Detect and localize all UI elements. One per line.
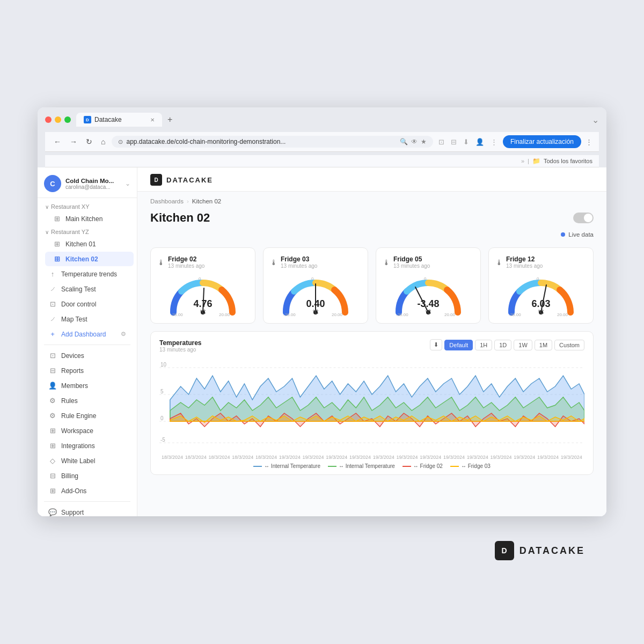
- sidebar-item-reports[interactable]: ⊟ Reports: [41, 363, 134, 378]
- sidebar-item-scaling-test[interactable]: ⟋ Scaling Test: [41, 282, 134, 296]
- gauge-header: 🌡 Fridge 12 13 minutes ago: [495, 255, 587, 269]
- trending-icon: ↑: [48, 270, 57, 278]
- sidebar: C Cold Chain Mo... carolina@dataca... ⌄ …: [38, 167, 137, 516]
- home-button[interactable]: ⌂: [99, 136, 107, 147]
- sidebar-item-label: Integrations: [61, 442, 95, 450]
- browser-tab[interactable]: D Datacake ✕: [76, 113, 162, 127]
- gauge-card-fridge12: 🌡 Fridge 12 13 minutes ago: [488, 247, 594, 324]
- url-input[interactable]: ⊙ app.datacake.de/cold-chain-monitoring-…: [112, 136, 433, 148]
- thermometer-icon: 🌡: [495, 258, 503, 267]
- legend-color: [402, 466, 411, 467]
- svg-text:-20.00: -20.00: [509, 312, 521, 317]
- chart-btn-default[interactable]: Default: [444, 340, 473, 350]
- live-toggle[interactable]: [573, 213, 594, 223]
- forward-button[interactable]: →: [68, 136, 79, 147]
- close-button[interactable]: [45, 116, 52, 123]
- chart-subtitle: 13 minutes ago: [159, 347, 201, 353]
- chart-btn-custom[interactable]: Custom: [554, 340, 584, 350]
- new-tab-button[interactable]: +: [162, 113, 178, 127]
- download-chart-button[interactable]: ⬇: [430, 339, 442, 350]
- sidebar-item-rule-engine[interactable]: ⚙ Rule Engine: [41, 408, 134, 423]
- svg-text:-20.00: -20.00: [396, 312, 408, 317]
- plus-icon: +: [48, 330, 57, 338]
- sidebar-item-rules[interactable]: ⚙ Rules: [41, 393, 134, 408]
- restaurant-yz-items: ⊞ Kitchen 01 ⊞ Kitchen 02: [38, 237, 137, 266]
- sidebar-item-integrations[interactable]: ⊞ Integrations: [41, 438, 134, 453]
- legend-item-internal-temp-1: ↔ Internal Temperature: [253, 463, 320, 469]
- chart-btn-1w[interactable]: 1W: [514, 340, 532, 350]
- tab-title: Datacake: [94, 116, 122, 123]
- collapse-icon: ∨: [45, 204, 49, 210]
- sidebar-item-label: Kitchen 02: [65, 255, 98, 263]
- sidebar-item-workspace[interactable]: ⊞ Workspace: [41, 423, 134, 438]
- chart-title: Temperatures: [159, 339, 201, 347]
- sidebar-item-support[interactable]: 💬 Support: [41, 505, 134, 516]
- sidebar-item-label: Map Test: [61, 316, 87, 323]
- reload-button[interactable]: ↻: [84, 136, 94, 147]
- chart-btn-1h[interactable]: 1H: [475, 340, 492, 350]
- sidebar-item-label: Workspace: [61, 427, 93, 435]
- chart-legend: ↔ Internal Temperature ↔ Internal Temper…: [159, 463, 584, 469]
- main-content: D DATACAKE Dashboards › Kitchen 02 Kitch…: [137, 167, 606, 516]
- sidebar-item-label: Door control: [61, 301, 96, 308]
- sidebar-item-addons[interactable]: ⊞ Add-Ons: [41, 484, 134, 498]
- sidebar-item-members[interactable]: 👤 Members: [41, 378, 134, 393]
- svg-text:-20.00: -20.00: [171, 312, 183, 317]
- logo-text: DATACAKE: [166, 176, 213, 184]
- chart-area: 10 5 0 -5: [159, 357, 584, 453]
- chart-btn-1m[interactable]: 1M: [535, 340, 552, 350]
- sidebar-item-kitchen02[interactable]: ⊞ Kitchen 02: [45, 252, 134, 266]
- breadcrumb-parent[interactable]: Dashboards: [150, 198, 184, 204]
- gauge-time: 13 minutes ago: [393, 263, 474, 269]
- app-container: C Cold Chain Mo... carolina@dataca... ⌄ …: [38, 167, 606, 516]
- breadcrumb-area: Dashboards › Kitchen 02: [137, 192, 606, 207]
- sidebar-item-main-kitchen[interactable]: ⊞ Main Kitchen: [45, 211, 134, 226]
- finalize-button[interactable]: Finalizar actualización: [503, 135, 581, 148]
- legend-label: ↔ Fridge 03: [461, 463, 491, 469]
- tab-close-icon[interactable]: ✕: [150, 117, 155, 123]
- sidebar-item-devices[interactable]: ⊡ Devices: [41, 348, 134, 363]
- sidebar-item-label: Reports: [61, 367, 84, 375]
- sidebar-item-door-control[interactable]: ⊡ Door control: [41, 297, 134, 311]
- star-icon: ★: [421, 138, 427, 145]
- sidebar-item-map-test[interactable]: ⟋ Map Test: [41, 312, 134, 326]
- minimize-button[interactable]: [55, 116, 61, 123]
- user-profile[interactable]: C Cold Chain Mo... carolina@dataca... ⌄: [38, 167, 137, 198]
- gauge-card-fridge03: 🌡 Fridge 03 13 minutes ago: [263, 247, 368, 324]
- settings-icon[interactable]: ⚙: [121, 331, 126, 338]
- sidebar-item-billing[interactable]: ⊟ Billing: [41, 469, 134, 483]
- bookmarks-bar: » | 📁 Todos los favoritos: [45, 155, 599, 167]
- gauge-header: 🌡 Fridge 03 13 minutes ago: [270, 255, 361, 269]
- dashboard-icon: ⊞: [53, 255, 61, 263]
- x-axis-labels: 18/3/2024 18/3/2024 18/3/2024 18/3/2024 …: [159, 455, 584, 460]
- separator: |: [528, 158, 529, 164]
- gauge-time: 13 minutes ago: [281, 263, 361, 269]
- sidebar-item-white-label[interactable]: ◇ White Label: [41, 453, 134, 468]
- download-icon: ⬇: [463, 138, 469, 146]
- page-title: Kitchen 02: [150, 211, 210, 225]
- url-text: app.datacake.de/cold-chain-monitoring-de…: [126, 138, 286, 145]
- back-button[interactable]: ←: [52, 136, 63, 147]
- maximize-button[interactable]: [64, 116, 71, 123]
- gauge-svg: -20.00 20.00 0 -3.48 °C: [383, 272, 474, 318]
- gauge-info: Fridge 02 13 minutes ago: [168, 255, 248, 269]
- sidebar-item-kitchen01[interactable]: ⊞ Kitchen 01: [45, 237, 134, 251]
- restaurant-xy-group[interactable]: ∨ Restaurant XY: [38, 201, 137, 211]
- svg-text:20.00: 20.00: [332, 312, 343, 317]
- sidebar-item-label: Rule Engine: [61, 412, 96, 420]
- chevron-down-icon: ⌄: [125, 180, 130, 187]
- restaurant-yz-group[interactable]: ∨ Restaurant YZ: [38, 226, 137, 236]
- group-label: Restaurant YZ: [51, 229, 89, 235]
- svg-text:20.00: 20.00: [557, 312, 568, 317]
- legend-label: ↔ Internal Temperature: [339, 463, 395, 469]
- chart-btn-1d[interactable]: 1D: [494, 340, 511, 350]
- svg-text:20.00: 20.00: [219, 312, 230, 317]
- browser-menu-button[interactable]: ⌄: [592, 115, 599, 125]
- sidebar-item-temperature-trends[interactable]: ↑ Temperature trends: [41, 267, 134, 281]
- svg-text:-3.48: -3.48: [417, 298, 439, 309]
- datacake-logo: D DATACAKE: [150, 167, 594, 191]
- live-dot: [561, 232, 565, 237]
- add-dashboard-button[interactable]: + Add Dashboard ⚙: [41, 327, 134, 341]
- gauge-name: Fridge 02: [168, 255, 248, 263]
- profile-icon: 👤: [475, 138, 484, 146]
